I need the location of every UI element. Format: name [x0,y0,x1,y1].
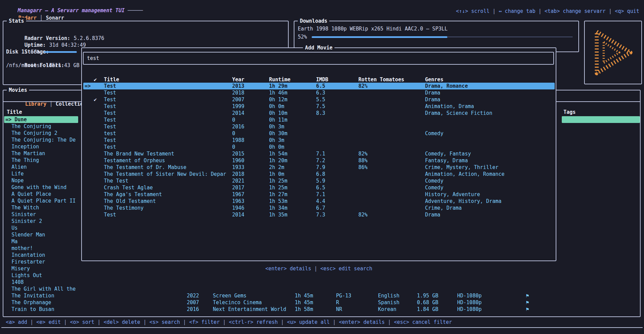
movie-list-row[interactable]: Train to Busan2016Next Entertainment Wor… [3,306,639,313]
keybind-hint: <u> update all [287,319,330,325]
monitored-flag-icon: ⚑ [526,299,529,306]
movie-certification: R [336,299,339,306]
result-year: 2015 [232,150,244,157]
result-imdb: 7.1 [316,150,325,157]
result-title: The Brand New Testament [104,150,174,157]
add-movie-result-row[interactable]: Crash Test Aglae20171h 25m6.5Comedy [83,184,555,191]
bottom-border [1,327,643,328]
keybind-separator: | [140,319,149,325]
result-runtime: 1h 35m [269,211,287,218]
add-movie-result-row[interactable]: Test19990h 0m7.5Animation, Drama [83,103,555,110]
title-rule: ───── [125,7,143,14]
add-movie-result-row[interactable]: Test00h 11m [83,117,555,123]
col-year: Year [232,76,244,83]
add-movie-result-row[interactable]: Test20181h 46m6.3Drama [83,89,555,96]
add-movie-table-header: ✔ Title Year Runtime IMDB Rotten Tomatoe… [82,76,556,83]
keybind-hint: <q> quit [615,8,639,14]
add-movie-result-row[interactable]: The Test20211h 25m5.9Comedy [83,178,555,184]
keybind-separator: | [606,8,615,14]
selected-row-arrow: => [85,83,91,89]
add-movie-footer-keybinds: <enter> details | <esc> edit search [81,265,556,272]
result-genres: Comedy [425,130,443,137]
col-runtime: Runtime [269,76,290,83]
movie-title: Gone with the Wind [12,184,67,191]
add-movie-result-row[interactable]: Testament of Orpheus19601h 20m7.288%Fant… [83,157,555,164]
movie-title: The Orphanage [12,299,51,306]
result-title: Test [104,144,116,150]
result-genres: Comedy [425,184,443,191]
keybind-separator: | [489,8,498,14]
result-runtime: 1h 53m [269,198,287,205]
movie-list-row[interactable]: The Orphanage2007Telecinco Cinema1h 45mR… [3,299,639,306]
result-title: The Testament of Dr. Mabuse [104,164,186,171]
keybind-separator: | [220,319,229,325]
movie-title: Ma [12,238,18,245]
add-movie-result-row[interactable]: The Testament of Dr. Mabuse19332h 2m7.98… [83,164,555,171]
add-movie-result-row[interactable]: The Aga's Testament19671h 27m7.1History,… [83,191,555,198]
movie-title: Sinister 2 [12,218,42,225]
movie-runtime: 1h 45m [295,299,313,306]
movie-search-input[interactable]: test [83,52,554,65]
movie-title: Alien [12,164,27,170]
result-year: 2018 [232,89,244,96]
keybind-separator: | [385,319,394,325]
col-genres: Genres [425,76,443,83]
movie-list-row[interactable]: The Invitation2022Screen Gems1h 45mPG-13… [3,292,639,299]
add-movie-result-row[interactable]: Test20140h 10m8.3Drama, Science Fiction [83,110,555,117]
managarr-app: Managarr — A Servarr management TUI ────… [0,0,644,334]
add-movie-result-row[interactable]: The Brand New Testament20151h 54m7.182%C… [83,150,555,157]
result-year: 0 [232,117,235,123]
result-runtime: 0h 0m [269,144,284,150]
movies-panel-title: Movies [7,87,29,93]
add-movie-result-row[interactable]: The Testament of Sister New Devil: Depar… [83,171,555,178]
result-rotten-tomatoes: 82% [358,150,368,157]
add-movie-result-row[interactable]: =>Test20131h 29m6.582%Drama, Romance [83,83,555,89]
movie-title: Life [12,170,24,177]
keybind-separator: | [311,266,320,272]
keybind-hint: <ctrl-r> refresh [229,319,278,325]
movie-title: The Conjuring [12,123,51,130]
keybind-hint: <a> add [6,319,27,325]
add-movie-result-row[interactable]: The Old Testament19631h 53m4.4Adventure,… [83,198,555,205]
add-movie-result-row[interactable]: ✔Test20070h 12m5.5Drama [83,96,555,103]
result-title: Test [104,83,116,89]
add-movie-result-row[interactable]: Test19880h 3m [83,137,555,144]
keybind-hint: <o> sort [70,319,94,325]
result-year: 0 [232,144,235,150]
keybind-separator: | [180,319,189,325]
result-genres: Drama, Romance [425,83,468,89]
keybind-hint: ↔ change tab [499,8,535,14]
add-movie-result-row[interactable]: Test20160h 3m [83,123,555,130]
result-year: 1960 [232,157,244,164]
tab-sonarr[interactable]: Sonarr [46,15,64,21]
result-genres: Comedy, Fantasy [425,150,471,157]
result-genres: History, Adventure [425,191,480,198]
result-year: 1988 [232,137,244,144]
result-year: 2016 [232,123,244,130]
keybind-hint: <esc> edit search [320,266,373,272]
result-imdb: 7.3 [316,211,325,218]
movie-title: The Witch [12,204,39,211]
result-year: 2018 [232,171,244,178]
add-movie-result-row[interactable]: test00h 30mComedy [83,130,555,137]
movie-title: Us [12,225,18,231]
movie-title: Misery [12,265,30,272]
result-genres: Drama [425,96,440,103]
bottom-keybinds: <a> add | <e> edit | <o> sort | <del> de… [6,319,452,326]
keybind-hint: <esc> cancel filter [394,319,452,325]
movie-title: Firestarter [12,258,45,265]
result-genres: Drama [425,89,440,96]
add-movie-result-row[interactable]: Test20141h 35m7.382%Drama [83,211,555,218]
result-imdb: 7.9 [316,164,325,171]
add-movie-result-row[interactable]: Test00h 0m [83,144,555,150]
add-movie-result-row[interactable]: The Testimony19461h 34m6.7Crime, Drama [83,205,555,211]
download-progress-row: 52% [298,34,573,40]
keybind-hint: <s> search [149,319,180,325]
movie-title: Train to Busan [12,306,54,313]
result-year: 2017 [232,184,244,191]
selected-row-tags-highlight [562,116,640,123]
movie-runtime: 1h 45m [295,292,313,299]
movie-size: 1.95 GB [417,292,438,299]
movie-title: The Conjuring 2 [12,130,57,137]
movie-quality: HD-1080p [457,292,482,299]
